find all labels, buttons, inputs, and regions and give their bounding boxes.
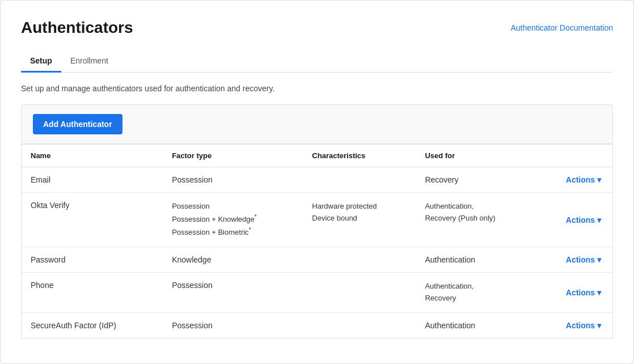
cell-actions: Actions ▾ <box>536 273 612 313</box>
table-row: PhonePossessionAuthentication,RecoveryAc… <box>22 273 612 313</box>
toolbar: Add Authenticator <box>21 104 613 144</box>
table-row: PasswordKnowledgeAuthenticationActions ▾ <box>22 247 612 273</box>
cell-name: Email <box>22 167 163 193</box>
header-row: Authenticators Authenticator Documentati… <box>21 19 613 37</box>
actions-button[interactable]: Actions ▾ <box>566 255 601 264</box>
page-container: Authenticators Authenticator Documentati… <box>0 0 634 364</box>
page-title: Authenticators <box>21 19 133 37</box>
cell-name: Password <box>22 247 163 273</box>
cell-factor-type: Possession <box>163 273 303 313</box>
cell-used-for: Authentication <box>416 247 536 273</box>
tab-enrollment[interactable]: Enrollment <box>61 50 117 73</box>
cell-name: Okta Verify <box>22 193 163 247</box>
cell-actions: Actions ▾ <box>536 247 612 273</box>
cell-factor-type: Knowledge <box>163 247 303 273</box>
table-row: EmailPossessionRecoveryActions ▾ <box>22 167 612 193</box>
col-actions-header <box>536 145 612 167</box>
table-row: SecureAuth Factor (IdP)PossessionAuthent… <box>22 312 612 338</box>
cell-characteristics <box>303 167 416 193</box>
cell-used-for: Authentication,Recovery <box>416 273 536 313</box>
cell-factor-type: PossessionPossession + Knowledge*Possess… <box>163 193 303 247</box>
cell-characteristics <box>303 273 416 313</box>
cell-actions: Actions ▾ <box>536 193 612 247</box>
cell-used-for: Authentication,Recovery (Push only) <box>416 193 536 247</box>
cell-actions: Actions ▾ <box>536 167 612 193</box>
col-used-for: Used for <box>416 145 536 167</box>
actions-button[interactable]: Actions ▾ <box>566 215 601 225</box>
cell-factor-type: Possession <box>163 312 303 338</box>
cell-actions: Actions ▾ <box>536 312 612 338</box>
tabs: Setup Enrollment <box>21 50 613 73</box>
tab-setup[interactable]: Setup <box>21 50 61 73</box>
actions-button[interactable]: Actions ▾ <box>566 288 601 297</box>
table-wrapper: Name Factor type Characteristics Used fo… <box>21 144 613 338</box>
actions-button[interactable]: Actions ▾ <box>566 321 601 330</box>
cell-characteristics <box>303 247 416 273</box>
authenticators-table: Name Factor type Characteristics Used fo… <box>22 144 612 338</box>
col-characteristics: Characteristics <box>303 145 416 167</box>
table-header-row: Name Factor type Characteristics Used fo… <box>22 145 612 167</box>
cell-characteristics <box>303 312 416 338</box>
table-row: Okta VerifyPossessionPossession + Knowle… <box>22 193 612 247</box>
cell-characteristics: Hardware protectedDevice bound <box>303 193 416 247</box>
col-factor-type: Factor type <box>163 145 303 167</box>
cell-factor-type: Possession <box>163 167 303 193</box>
cell-name: Phone <box>22 273 163 313</box>
page-description: Set up and manage authenticators used fo… <box>21 84 613 93</box>
doc-link[interactable]: Authenticator Documentation <box>510 23 613 32</box>
col-name: Name <box>22 145 163 167</box>
cell-name: SecureAuth Factor (IdP) <box>22 312 163 338</box>
cell-used-for: Authentication <box>416 312 536 338</box>
add-authenticator-button[interactable]: Add Authenticator <box>33 114 122 134</box>
cell-used-for: Recovery <box>416 167 536 193</box>
actions-button[interactable]: Actions ▾ <box>566 175 601 184</box>
